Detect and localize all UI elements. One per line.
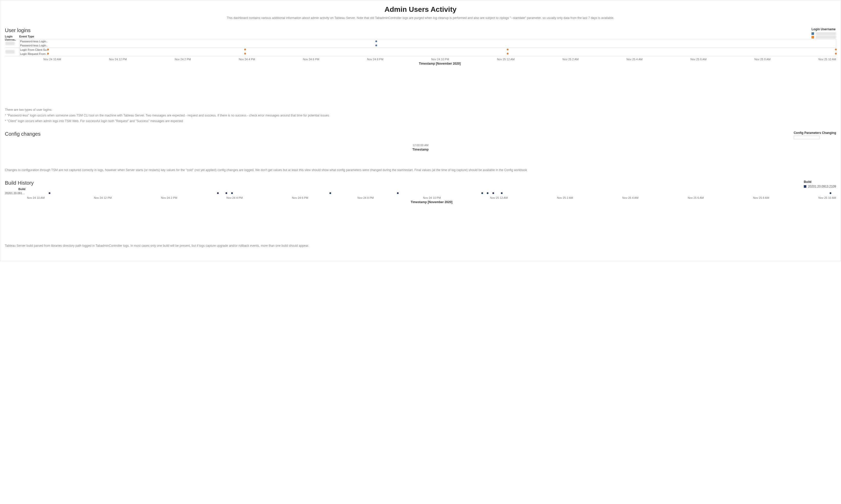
axis-tick: Nov 25 2 AM bbox=[557, 196, 573, 199]
legend-item[interactable]: 20201.20.0913.2109 bbox=[804, 185, 836, 188]
build-history-x-ticks: Nov 24 10 AMNov 24 12 PMNov 24 2 PMNov 2… bbox=[27, 196, 836, 199]
config-changes-title: Config changes bbox=[5, 131, 836, 137]
axis-tick: Nov 25 2 AM bbox=[563, 58, 579, 61]
user-logins-chart[interactable]: Login Userna.. Event Type Password-less … bbox=[5, 35, 836, 56]
data-point[interactable] bbox=[835, 53, 837, 55]
data-point[interactable] bbox=[507, 49, 509, 51]
page-title: Admin Users Activity bbox=[5, 5, 836, 14]
config-changes-x-label: Timestamp bbox=[5, 148, 836, 151]
data-point[interactable] bbox=[330, 192, 331, 194]
data-point[interactable] bbox=[231, 192, 233, 194]
legend-item[interactable] bbox=[811, 32, 836, 35]
build-history-x-label: Timestamp [November 2020] bbox=[27, 200, 836, 204]
data-point[interactable] bbox=[375, 40, 377, 42]
event-type-row: Password-less Login.. bbox=[19, 39, 48, 43]
axis-tick: Nov 25 8 AM bbox=[753, 196, 769, 199]
legend-title: Build bbox=[804, 180, 836, 184]
axis-tick: Nov 24 10 PM bbox=[423, 196, 441, 199]
user-logins-note: * "Password-less" login occurs when some… bbox=[5, 113, 836, 118]
event-type-row: Login Request From .. bbox=[19, 52, 48, 56]
user-cell bbox=[5, 48, 19, 56]
build-value: 20201.20.0913... bbox=[5, 191, 25, 195]
build-history-chart[interactable]: Build 20201.20.0913... bbox=[5, 187, 836, 195]
user-logins-legend: Login Username bbox=[811, 28, 836, 39]
data-point[interactable] bbox=[507, 53, 509, 55]
build-history-note: Tableau Server build parsed from librari… bbox=[5, 244, 836, 248]
axis-tick: Nov 25 6 AM bbox=[690, 58, 706, 61]
data-point[interactable] bbox=[244, 53, 246, 55]
legend-item[interactable] bbox=[811, 36, 836, 39]
user-logins-x-ticks: Nov 24 10 AMNov 24 12 PMNov 24 2 PMNov 2… bbox=[43, 58, 836, 61]
data-point[interactable] bbox=[830, 192, 831, 194]
axis-tick: Nov 25 8 AM bbox=[754, 58, 771, 61]
data-point[interactable] bbox=[835, 49, 837, 51]
config-changes-chart[interactable]: 12:00:00 AM Timestamp bbox=[5, 139, 836, 151]
axis-tick: Nov 24 2 PM bbox=[175, 58, 191, 61]
user-logins-title: User logins bbox=[5, 28, 836, 33]
section-build-history: Build History Build 20201.20.0913.2109 B… bbox=[5, 180, 836, 248]
user-logins-x-label: Timestamp [November 2020] bbox=[43, 62, 836, 66]
data-point[interactable] bbox=[49, 192, 50, 194]
legend-item-label: 20201.20.0913.2109 bbox=[808, 185, 836, 188]
axis-tick: Nov 25 12 AM bbox=[490, 196, 508, 199]
build-history-legend: Build 20201.20.0913.2109 bbox=[804, 180, 836, 189]
data-point[interactable] bbox=[226, 192, 227, 194]
data-point[interactable] bbox=[492, 192, 494, 194]
config-changes-note: Changes to configuration through TSM are… bbox=[5, 168, 836, 173]
data-point[interactable] bbox=[47, 53, 49, 55]
axis-tick: Nov 24 2 PM bbox=[161, 196, 177, 199]
axis-tick: Nov 25 4 AM bbox=[627, 58, 643, 61]
data-point[interactable] bbox=[487, 192, 489, 194]
data-point[interactable] bbox=[375, 44, 377, 47]
col-header-user: Login Userna.. bbox=[5, 35, 19, 39]
col-header-build: Build bbox=[5, 187, 25, 191]
user-logins-note: There are two types of user logins: bbox=[5, 107, 836, 112]
axis-tick: Nov 24 6 PM bbox=[292, 196, 309, 199]
legend-label-redacted bbox=[816, 36, 836, 39]
data-point[interactable] bbox=[217, 192, 219, 194]
config-changes-tick: 12:00:00 AM bbox=[5, 144, 836, 147]
axis-tick: Nov 24 6 PM bbox=[303, 58, 319, 61]
axis-tick: Nov 25 4 AM bbox=[623, 196, 638, 199]
axis-tick: Nov 25 12 AM bbox=[497, 58, 514, 61]
legend-swatch-icon bbox=[811, 32, 814, 35]
data-point[interactable] bbox=[47, 49, 49, 51]
legend-label-redacted bbox=[816, 32, 836, 35]
section-config-changes: Config changes Config Parameters Changin… bbox=[5, 131, 836, 173]
section-user-logins: User logins Login Username Login Userna.… bbox=[5, 28, 836, 123]
data-point[interactable] bbox=[244, 49, 246, 51]
axis-tick: Nov 24 12 PM bbox=[94, 196, 112, 199]
config-changes-legend: Config Parameters Changing bbox=[794, 131, 836, 139]
legend-swatch-icon bbox=[804, 185, 806, 188]
build-history-title: Build History bbox=[5, 180, 836, 186]
data-point[interactable] bbox=[397, 192, 399, 194]
axis-tick: Nov 24 12 PM bbox=[109, 58, 127, 61]
user-cell bbox=[5, 39, 19, 48]
axis-tick: Nov 24 4 PM bbox=[226, 196, 243, 199]
legend-title: Config Parameters Changing bbox=[794, 131, 836, 134]
axis-tick: Nov 25 10 AM bbox=[819, 196, 836, 199]
axis-tick: Nov 24 4 PM bbox=[239, 58, 255, 61]
axis-tick: Nov 24 10 PM bbox=[431, 58, 449, 61]
axis-tick: Nov 24 8 PM bbox=[357, 196, 374, 199]
legend-swatch-icon bbox=[811, 36, 814, 38]
col-header-event: Event Type bbox=[19, 35, 48, 39]
page-subtitle: This dashboard contains various addition… bbox=[5, 16, 836, 20]
event-type-row: Password-less Login.. bbox=[19, 43, 48, 48]
legend-title: Login Username bbox=[811, 28, 836, 31]
user-logins-note: * "Client" login occurs when admin logs … bbox=[5, 119, 836, 123]
axis-tick: Nov 25 10 AM bbox=[819, 58, 836, 61]
event-type-row: Login From Client Su.. bbox=[19, 48, 48, 52]
axis-tick: Nov 24 8 PM bbox=[367, 58, 383, 61]
data-point[interactable] bbox=[481, 192, 483, 194]
legend-empty-box[interactable] bbox=[794, 136, 820, 139]
axis-tick: Nov 25 6 AM bbox=[688, 196, 704, 199]
data-point[interactable] bbox=[501, 192, 503, 194]
axis-tick: Nov 24 10 AM bbox=[43, 58, 61, 61]
axis-tick: Nov 24 10 AM bbox=[27, 196, 45, 199]
